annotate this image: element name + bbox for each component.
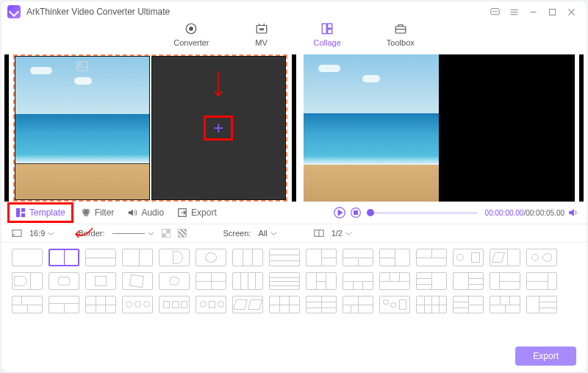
nav-collage[interactable]: Collage bbox=[314, 22, 341, 47]
menu-icon[interactable] bbox=[504, 4, 523, 20]
close-icon[interactable] bbox=[562, 4, 581, 20]
template-item[interactable] bbox=[269, 272, 300, 290]
svg-rect-26 bbox=[21, 213, 25, 217]
svg-rect-33 bbox=[354, 211, 358, 215]
template-item[interactable] bbox=[196, 272, 226, 290]
template-item[interactable] bbox=[232, 249, 263, 266]
footer: Export bbox=[1, 341, 587, 372]
template-item[interactable] bbox=[379, 272, 410, 290]
collage-slot-1[interactable] bbox=[15, 56, 150, 200]
volume-button[interactable] bbox=[566, 205, 581, 220]
border-color-swatch[interactable] bbox=[162, 229, 171, 238]
svg-rect-19 bbox=[395, 26, 406, 33]
play-button[interactable] bbox=[332, 205, 347, 220]
template-item[interactable] bbox=[49, 249, 79, 266]
template-item[interactable] bbox=[85, 272, 116, 290]
svg-rect-17 bbox=[328, 24, 332, 28]
template-item[interactable] bbox=[12, 249, 43, 266]
nav-label: MV bbox=[255, 38, 268, 47]
svg-rect-16 bbox=[322, 24, 326, 34]
template-item[interactable] bbox=[49, 272, 79, 290]
template-item[interactable] bbox=[12, 296, 43, 313]
nav-label: Converter bbox=[173, 38, 209, 47]
filter-icon bbox=[81, 207, 91, 218]
tab-audio[interactable]: Audio bbox=[121, 205, 170, 221]
svg-point-3 bbox=[496, 11, 497, 12]
svg-point-29 bbox=[83, 211, 88, 216]
titlebar: ArkThinker Video Converter Ultimate bbox=[1, 1, 587, 22]
tab-filter[interactable]: Filter bbox=[75, 205, 121, 221]
add-media-icon[interactable]: + bbox=[213, 119, 223, 137]
template-item[interactable] bbox=[196, 296, 226, 313]
template-item[interactable] bbox=[196, 249, 226, 266]
template-item[interactable] bbox=[159, 272, 190, 290]
template-item[interactable] bbox=[416, 272, 447, 290]
playback-slider[interactable] bbox=[370, 212, 477, 214]
template-item[interactable] bbox=[453, 296, 484, 313]
left-handle[interactable] bbox=[4, 54, 9, 202]
right-handle[interactable] bbox=[579, 54, 584, 202]
annotation-arrow-icon bbox=[213, 70, 223, 102]
template-item[interactable] bbox=[232, 296, 263, 313]
tab-label: Filter bbox=[95, 207, 115, 218]
feedback-icon[interactable] bbox=[485, 4, 504, 20]
template-item[interactable] bbox=[12, 272, 43, 290]
template-item[interactable] bbox=[343, 249, 373, 266]
template-item[interactable] bbox=[379, 249, 410, 266]
template-item[interactable] bbox=[379, 296, 410, 313]
tab-export[interactable]: Export bbox=[171, 205, 223, 221]
nav-mv[interactable]: MV bbox=[255, 22, 268, 47]
template-item[interactable] bbox=[490, 249, 520, 266]
template-item[interactable] bbox=[526, 272, 557, 290]
template-item[interactable] bbox=[85, 249, 116, 266]
collage-slot-2[interactable]: + bbox=[151, 56, 287, 200]
aspect-dropdown[interactable]: 16:9 bbox=[29, 229, 54, 238]
template-item[interactable] bbox=[490, 296, 520, 313]
svg-point-1 bbox=[492, 11, 493, 12]
template-item[interactable] bbox=[159, 249, 190, 266]
template-item[interactable] bbox=[526, 249, 557, 266]
stop-button[interactable] bbox=[348, 205, 363, 220]
template-item[interactable] bbox=[232, 272, 263, 290]
export-icon bbox=[177, 207, 187, 218]
nav-toolbox[interactable]: Toolbox bbox=[387, 22, 415, 47]
template-item[interactable] bbox=[453, 249, 484, 266]
border-style-dropdown[interactable] bbox=[112, 230, 154, 237]
template-item[interactable] bbox=[490, 272, 520, 290]
template-item[interactable] bbox=[453, 272, 484, 290]
template-item[interactable] bbox=[122, 272, 153, 290]
template-item[interactable] bbox=[416, 249, 447, 266]
maximize-icon[interactable] bbox=[542, 4, 562, 20]
border-pattern-swatch[interactable] bbox=[178, 229, 187, 238]
tab-label: Template bbox=[29, 207, 65, 218]
template-item[interactable] bbox=[49, 296, 79, 313]
svg-rect-24 bbox=[16, 208, 20, 217]
template-icon bbox=[15, 207, 26, 218]
template-item[interactable] bbox=[306, 272, 337, 290]
split-dropdown[interactable]: 1/2 bbox=[331, 229, 352, 238]
screen-dropdown[interactable]: All bbox=[258, 229, 276, 238]
media-thumb bbox=[15, 57, 149, 199]
template-item[interactable] bbox=[159, 296, 190, 313]
template-item[interactable] bbox=[85, 296, 116, 313]
screen-label: Screen: bbox=[223, 229, 251, 238]
svg-point-14 bbox=[259, 29, 261, 30]
template-item[interactable] bbox=[269, 296, 300, 313]
workarea: + bbox=[1, 54, 587, 202]
template-item[interactable] bbox=[343, 296, 373, 313]
template-item[interactable] bbox=[122, 249, 153, 266]
template-item[interactable] bbox=[343, 272, 373, 290]
template-item[interactable] bbox=[269, 249, 300, 266]
top-nav: Converter MV Collage Toolbox bbox=[1, 22, 587, 54]
minimize-icon[interactable] bbox=[523, 4, 542, 20]
divider-handle[interactable] bbox=[292, 54, 296, 202]
template-item[interactable] bbox=[526, 296, 557, 313]
export-button[interactable]: Export bbox=[515, 347, 576, 366]
template-item[interactable] bbox=[306, 296, 337, 313]
template-item[interactable] bbox=[306, 249, 337, 266]
template-item[interactable] bbox=[122, 296, 153, 313]
template-item[interactable] bbox=[416, 296, 447, 313]
tab-template[interactable]: Template bbox=[7, 202, 74, 223]
nav-converter[interactable]: Converter bbox=[173, 22, 209, 47]
svg-rect-18 bbox=[328, 29, 332, 34]
